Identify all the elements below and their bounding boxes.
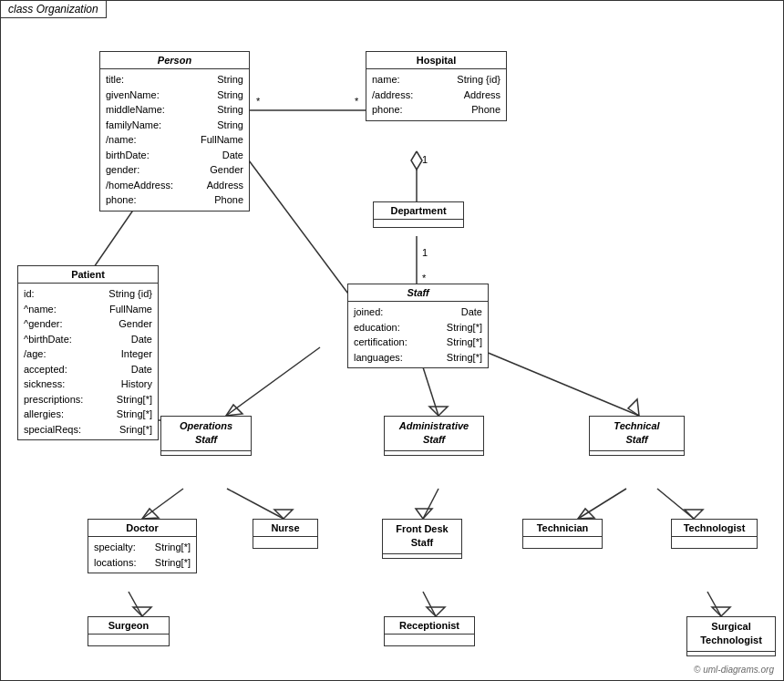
administrative-staff-header: Administrative Staff: [385, 417, 483, 451]
svg-line-35: [423, 592, 436, 616]
technical-staff-header: Technical Staff: [590, 417, 684, 451]
svg-line-23: [142, 489, 183, 519]
technician-header: Technician: [523, 520, 602, 537]
administrative-staff-class: Administrative Staff: [384, 416, 484, 456]
surgeon-class: Surgeon: [88, 616, 170, 646]
person-class: Person title:String givenName:String mid…: [99, 51, 250, 212]
svg-marker-26: [274, 510, 293, 519]
surgical-technologist-class: Surgical Technologist: [686, 616, 776, 656]
svg-line-27: [423, 489, 438, 519]
receptionist-header: Receptionist: [385, 617, 474, 635]
surgical-technologist-body: [687, 652, 775, 655]
department-class: Department: [373, 201, 464, 228]
diagram-title: class Organization: [1, 1, 107, 18]
technician-body: [523, 537, 602, 548]
doctor-class: Doctor specialty:String[*] locations:Str…: [88, 519, 197, 573]
receptionist-class: Receptionist: [384, 616, 475, 646]
copyright: © uml-diagrams.org: [694, 665, 774, 675]
svg-line-37: [707, 592, 721, 616]
patient-class: Patient id:String {id} ^name:FullName ^g…: [17, 265, 159, 440]
patient-body: id:String {id} ^name:FullName ^gender:Ge…: [18, 284, 158, 439]
technical-staff-body: [590, 451, 684, 455]
svg-marker-34: [133, 607, 151, 616]
svg-marker-20: [429, 407, 448, 416]
svg-line-17: [226, 347, 320, 416]
technologist-class: Technologist: [671, 519, 758, 549]
hospital-header: Hospital: [366, 52, 506, 69]
surgeon-body: [88, 635, 169, 645]
nurse-header: Nurse: [253, 520, 317, 537]
technologist-body: [672, 537, 757, 548]
staff-class: Staff joined:Date education:String[*] ce…: [347, 284, 489, 368]
svg-marker-36: [427, 607, 445, 616]
receptionist-body: [385, 635, 474, 645]
hospital-body: name:String {id} /address:Address phone:…: [366, 69, 506, 120]
svg-text:*: *: [355, 96, 359, 107]
svg-text:1: 1: [422, 247, 428, 258]
svg-line-21: [475, 347, 639, 416]
hospital-class: Hospital name:String {id} /address:Addre…: [366, 51, 507, 121]
nurse-class: Nurse: [253, 519, 318, 549]
surgical-technologist-header: Surgical Technologist: [687, 617, 775, 652]
technologist-header: Technologist: [672, 520, 757, 537]
staff-header: Staff: [348, 284, 488, 302]
diagram-container: class Organization * * 1 * 1 * * *: [0, 0, 784, 681]
svg-line-25: [227, 489, 284, 519]
svg-text:*: *: [256, 96, 261, 107]
svg-marker-32: [685, 510, 703, 519]
svg-marker-18: [226, 405, 242, 416]
surgeon-header: Surgeon: [88, 617, 169, 635]
operations-staff-header: Operations Staff: [161, 417, 251, 451]
svg-marker-22: [628, 399, 639, 416]
nurse-body: [253, 537, 317, 548]
front-desk-staff-class: Front Desk Staff: [382, 519, 462, 559]
administrative-staff-body: [385, 451, 483, 455]
svg-marker-38: [712, 607, 730, 616]
svg-text:1: 1: [422, 154, 428, 165]
svg-line-31: [657, 489, 694, 519]
svg-marker-30: [578, 509, 594, 519]
operations-staff-body: [161, 451, 251, 455]
technician-class: Technician: [522, 519, 603, 549]
front-desk-staff-body: [383, 554, 461, 558]
svg-marker-24: [142, 509, 159, 519]
doctor-header: Doctor: [88, 520, 196, 537]
department-body: [374, 220, 463, 227]
svg-text:*: *: [422, 273, 427, 284]
svg-line-29: [578, 489, 626, 519]
svg-line-11: [249, 160, 361, 311]
svg-marker-28: [416, 509, 432, 519]
person-header: Person: [100, 52, 249, 69]
doctor-body: specialty:String[*] locations:String[*]: [88, 537, 196, 573]
svg-line-33: [129, 592, 142, 616]
patient-header: Patient: [18, 266, 158, 284]
department-header: Department: [374, 202, 463, 220]
operations-staff-class: Operations Staff: [160, 416, 252, 456]
staff-body: joined:Date education:String[*] certific…: [348, 302, 488, 367]
front-desk-staff-header: Front Desk Staff: [383, 520, 461, 554]
person-body: title:String givenName:String middleName…: [100, 69, 249, 211]
technical-staff-class: Technical Staff: [589, 416, 685, 456]
